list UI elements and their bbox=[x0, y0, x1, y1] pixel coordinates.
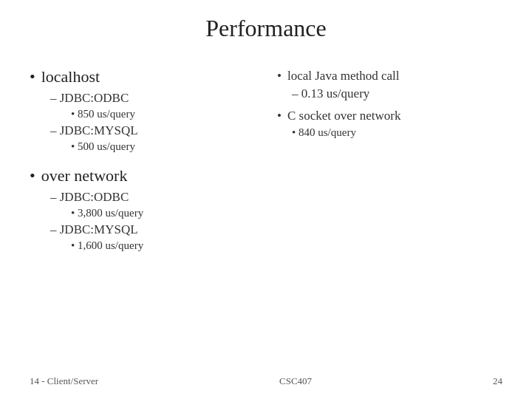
footer-center: CSC407 bbox=[279, 375, 312, 387]
dash-jdbc-mysql-1: – JDBC:MYSQL bbox=[50, 123, 255, 138]
bullet-java-method: • local Java method call bbox=[277, 69, 502, 83]
bullet-over-network-label: over network bbox=[41, 166, 128, 185]
bullet-localhost-label: localhost bbox=[41, 67, 100, 86]
bullet-over-network: • over network bbox=[30, 166, 255, 185]
bullet-dot-network: • bbox=[30, 166, 35, 185]
bullet-localhost: • localhost bbox=[30, 67, 255, 86]
content-area: • localhost – JDBC:ODBC • 850 us/query –… bbox=[30, 60, 502, 253]
dash-jdbc-odbc-2: – JDBC:ODBC bbox=[50, 190, 255, 205]
slide: Performance • localhost – JDBC:ODBC • 85… bbox=[0, 0, 532, 399]
dash-0-13: – 0.13 us/query bbox=[292, 86, 502, 101]
bullet-c-socket-label: C socket over network bbox=[287, 109, 400, 123]
footer-right: 24 bbox=[493, 375, 502, 387]
bullet-3800: • 3,800 us/query bbox=[71, 207, 255, 219]
dash-jdbc-mysql-2: – JDBC:MYSQL bbox=[50, 222, 255, 237]
bullet-500: • 500 us/query bbox=[71, 140, 255, 153]
bullet-dot-localhost: • bbox=[30, 67, 35, 86]
bullet-c-socket: • C socket over network bbox=[277, 109, 502, 123]
dash-jdbc-odbc-1: – JDBC:ODBC bbox=[50, 91, 255, 106]
left-column: • localhost – JDBC:ODBC • 850 us/query –… bbox=[30, 60, 270, 253]
footer: 14 - Client/Server CSC407 24 bbox=[0, 375, 532, 387]
right-column: • local Java method call – 0.13 us/query… bbox=[270, 60, 502, 253]
bullet-850: • 850 us/query bbox=[71, 108, 255, 120]
footer-left: 14 - Client/Server bbox=[30, 375, 98, 387]
slide-title: Performance bbox=[30, 15, 502, 42]
bullet-dot-csocket: • bbox=[277, 109, 282, 123]
bullet-dot-java: • bbox=[277, 69, 282, 83]
bullet-java-label: local Java method call bbox=[287, 69, 400, 83]
bullet-840: • 840 us/query bbox=[292, 126, 502, 139]
bullet-1600: • 1,600 us/query bbox=[71, 239, 255, 252]
